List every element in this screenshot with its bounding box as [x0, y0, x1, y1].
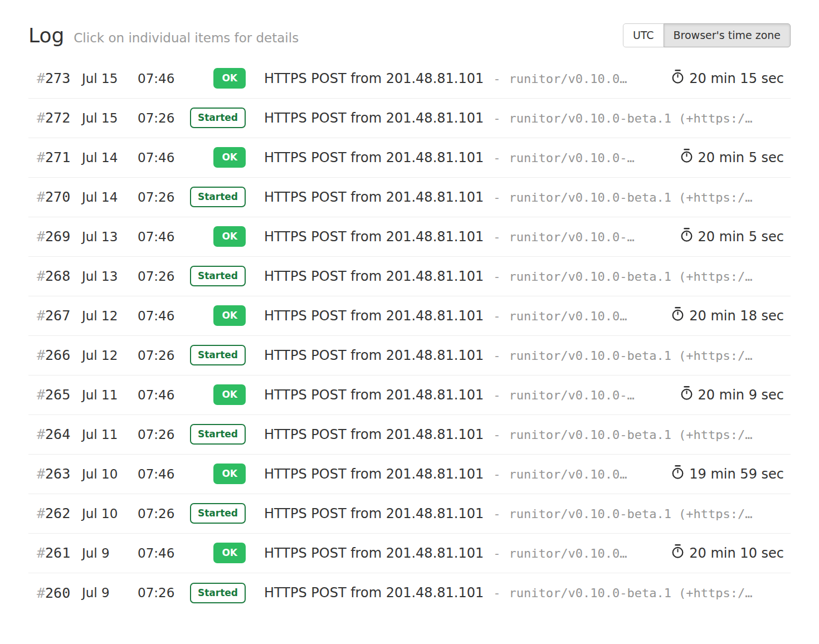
- entry-date: Jul 11: [82, 427, 138, 442]
- event-text: HTTPS POST from 201.48.81.101: [264, 71, 484, 86]
- hash-prefix: #: [37, 149, 45, 165]
- log-row[interactable]: #264 Jul 11 07:26 Started HTTPS POST fro…: [28, 415, 791, 455]
- entry-number: #269: [28, 228, 82, 245]
- description-separator: -: [493, 507, 500, 521]
- entry-number: #265: [28, 387, 82, 403]
- stopwatch-icon: [680, 386, 694, 404]
- duration: 19 min 59 sec: [661, 465, 791, 483]
- entry-date: Jul 15: [82, 71, 138, 86]
- title-wrap: Log Click on individual items for detail…: [28, 24, 299, 47]
- badge-cell: OK: [184, 68, 246, 89]
- log-row[interactable]: #263 Jul 10 07:46 OK HTTPS POST from 201…: [28, 455, 791, 494]
- description-separator: -: [493, 309, 500, 323]
- hash-prefix: #: [37, 70, 45, 86]
- entry-date: Jul 9: [82, 546, 138, 560]
- log-row[interactable]: #271 Jul 14 07:46 OK HTTPS POST from 201…: [28, 138, 791, 178]
- status-badge: Started: [190, 108, 246, 128]
- entry-number: #261: [28, 545, 82, 561]
- badge-cell: Started: [184, 583, 246, 603]
- user-agent-text: runitor/v0.10.0-…: [509, 230, 634, 244]
- stopwatch-icon: [671, 465, 685, 483]
- log-row[interactable]: #262 Jul 10 07:26 Started HTTPS POST fro…: [28, 494, 791, 534]
- log-row[interactable]: #260 Jul 9 07:26 Started HTTPS POST from…: [28, 573, 791, 613]
- badge-cell: Started: [184, 108, 246, 128]
- log-row[interactable]: #267 Jul 12 07:46 OK HTTPS POST from 201…: [28, 296, 791, 336]
- entry-date: Jul 13: [82, 230, 138, 244]
- entry-number: #266: [28, 347, 82, 363]
- user-agent-text: runitor/v0.10.0…: [509, 72, 627, 86]
- duration-text: 20 min 5 sec: [698, 150, 784, 165]
- entry-number: #264: [28, 426, 82, 442]
- user-agent-text: runitor/v0.10.0…: [509, 309, 627, 323]
- entry-description: HTTPS POST from 201.48.81.101 - runitor/…: [264, 427, 791, 442]
- entry-time: 07:46: [138, 546, 184, 560]
- event-text: HTTPS POST from 201.48.81.101: [264, 269, 484, 284]
- entry-date: Jul 12: [82, 348, 138, 363]
- hash-prefix: #: [37, 228, 45, 245]
- user-agent-text: runitor/v0.10.0-beta.1 (+https:/…: [509, 586, 752, 600]
- status-badge: OK: [213, 464, 246, 484]
- entry-description: HTTPS POST from 201.48.81.101 - runitor/…: [264, 189, 791, 205]
- entry-number-value: 271: [45, 149, 70, 165]
- log-row[interactable]: #268 Jul 13 07:26 Started HTTPS POST fro…: [28, 257, 791, 296]
- user-agent-text: runitor/v0.10.0-beta.1 (+https:/…: [509, 349, 752, 363]
- entry-date: Jul 14: [82, 150, 138, 165]
- entry-description: HTTPS POST from 201.48.81.101 - runitor/…: [264, 466, 661, 482]
- log-row[interactable]: #261 Jul 9 07:46 OK HTTPS POST from 201.…: [28, 534, 791, 573]
- log-row[interactable]: #272 Jul 15 07:26 Started HTTPS POST fro…: [28, 99, 791, 138]
- status-badge: OK: [213, 68, 246, 89]
- description-separator: -: [493, 191, 500, 204]
- status-badge: Started: [190, 345, 246, 365]
- badge-cell: Started: [184, 187, 246, 207]
- log-row[interactable]: #273 Jul 15 07:46 OK HTTPS POST from 201…: [28, 59, 791, 99]
- log-row[interactable]: #269 Jul 13 07:46 OK HTTPS POST from 201…: [28, 217, 791, 257]
- duration-text: 20 min 18 sec: [689, 308, 784, 324]
- description-separator: -: [493, 349, 500, 363]
- log-row[interactable]: #266 Jul 12 07:26 Started HTTPS POST fro…: [28, 336, 791, 375]
- stopwatch-icon: [680, 148, 694, 167]
- description-separator: -: [493, 230, 500, 244]
- entry-number: #272: [28, 110, 82, 126]
- log-row[interactable]: #270 Jul 14 07:26 Started HTTPS POST fro…: [28, 178, 791, 217]
- entry-date: Jul 11: [82, 388, 138, 402]
- duration: 20 min 10 sec: [661, 544, 791, 562]
- entry-time: 07:26: [138, 506, 184, 521]
- event-text: HTTPS POST from 201.48.81.101: [264, 387, 484, 403]
- event-text: HTTPS POST from 201.48.81.101: [264, 506, 484, 521]
- hash-prefix: #: [37, 585, 45, 601]
- entry-number: #267: [28, 308, 82, 324]
- description-separator: -: [493, 151, 500, 165]
- status-badge: OK: [213, 305, 246, 326]
- entry-time: 07:46: [138, 467, 184, 481]
- duration-text: 20 min 10 sec: [689, 545, 784, 561]
- duration-text: 20 min 15 sec: [689, 71, 784, 86]
- entry-date: Jul 9: [82, 586, 138, 600]
- description-separator: -: [493, 72, 500, 86]
- page-subtitle: Click on individual items for details: [74, 31, 299, 45]
- status-badge: OK: [213, 147, 246, 168]
- log-table: #273 Jul 15 07:46 OK HTTPS POST from 201…: [28, 59, 791, 613]
- stopwatch-icon: [680, 227, 694, 246]
- event-text: HTTPS POST from 201.48.81.101: [264, 229, 484, 245]
- badge-cell: OK: [184, 147, 246, 168]
- entry-time: 07:26: [138, 111, 184, 125]
- entry-number-value: 260: [45, 585, 70, 601]
- entry-description: HTTPS POST from 201.48.81.101 - runitor/…: [264, 348, 791, 363]
- entry-number-value: 273: [45, 70, 70, 86]
- entry-number: #260: [28, 585, 82, 601]
- status-badge: Started: [190, 266, 246, 286]
- utc-button[interactable]: UTC: [623, 23, 664, 47]
- description-separator: -: [493, 270, 500, 284]
- hash-prefix: #: [37, 466, 45, 482]
- log-row[interactable]: #265 Jul 11 07:46 OK HTTPS POST from 201…: [28, 375, 791, 415]
- entry-number-value: 265: [45, 387, 70, 403]
- timezone-toggle: UTC Browser's time zone: [623, 23, 791, 47]
- entry-time: 07:26: [138, 586, 184, 600]
- entry-time: 07:46: [138, 388, 184, 402]
- hash-prefix: #: [37, 189, 45, 205]
- entry-description: HTTPS POST from 201.48.81.101 - runitor/…: [264, 308, 661, 324]
- browser-timezone-button[interactable]: Browser's time zone: [664, 23, 791, 47]
- entry-date: Jul 10: [82, 506, 138, 521]
- hash-prefix: #: [37, 268, 45, 284]
- badge-cell: Started: [184, 345, 246, 365]
